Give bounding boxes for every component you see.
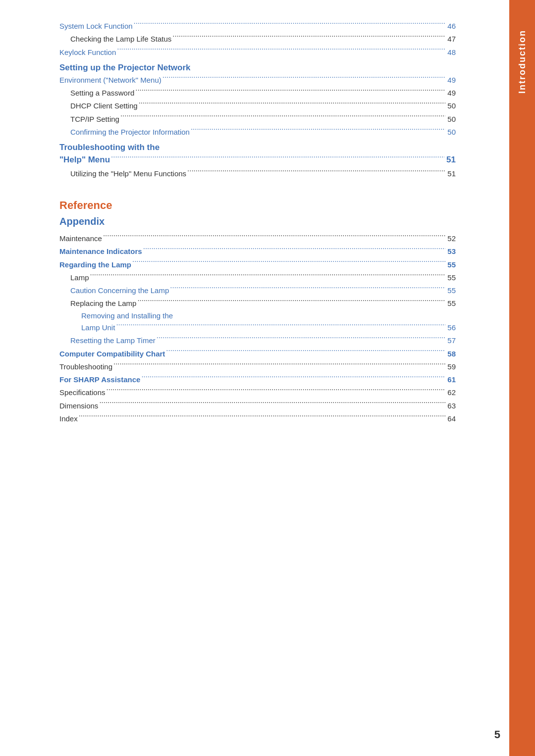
toc-label: Resetting the Lamp Timer [70, 334, 156, 347]
toc-page: 61 [445, 373, 456, 386]
toc-page: 55 [445, 284, 456, 297]
toc-page: 49 [445, 87, 456, 100]
toc-dots [78, 412, 446, 421]
toc-page: 50 [445, 113, 456, 126]
troubleshooting-heading-1: Troubleshooting with the [59, 143, 456, 152]
toc-row: Maintenance Indicators 53 [59, 245, 456, 258]
toc-row: Specifications 62 [59, 386, 456, 399]
toc-dots [161, 74, 446, 83]
toc-label: Setting a Password [70, 87, 134, 100]
toc-page: 55 [445, 297, 456, 310]
toc-row: Checking the Lamp Life Status 47 [59, 33, 456, 46]
toc-page: 50 [445, 126, 456, 139]
toc-row: Dimensions 63 [59, 400, 456, 412]
toc-label: TCP/IP Setting [70, 113, 119, 126]
toc-page: 58 [445, 348, 456, 360]
toc-dots [171, 33, 445, 42]
toc-page: 53 [445, 245, 456, 258]
toc-page: 62 [445, 386, 456, 399]
page-number: 5 [494, 728, 500, 741]
toc-dots [134, 87, 445, 96]
troubleshooting-heading-row: "Help" Menu 51 [59, 152, 456, 167]
toc-page: 59 [445, 360, 456, 373]
toc-label: Environment ("Network" Menu) [59, 74, 161, 87]
toc-label: Maintenance [59, 232, 102, 245]
toc-dots [156, 334, 446, 343]
reference-heading: Reference [59, 199, 456, 212]
setting-up-heading: Setting up the Projector Network [59, 63, 456, 73]
toc-dots [116, 46, 445, 55]
toc-row: Environment ("Network" Menu) 49 [59, 74, 456, 87]
appendix-toc: Maintenance 52 Maintenance Indicators 53… [59, 232, 456, 425]
toc-label: Regarding the Lamp [59, 258, 131, 271]
toc-page: 63 [445, 400, 456, 412]
toc-label: Lamp [70, 271, 89, 284]
toc-label-multiline-1: Removing and Installing the [59, 310, 456, 322]
toc-page: 64 [445, 412, 456, 425]
toc-label: Lamp Unit [81, 321, 115, 334]
toc-label: Computer Compatibility Chart [59, 348, 165, 360]
troubleshooting-toc: Utilizing the "Help" Menu Functions 51 [59, 167, 456, 180]
appendix-heading: Appendix [59, 216, 456, 227]
toc-dots [169, 284, 445, 293]
toc-row: Lamp 55 [59, 271, 456, 284]
toc-row: Computer Compatibility Chart 58 [59, 348, 456, 360]
toc-label: Caution Concerning the Lamp [70, 284, 169, 297]
toc-dots [190, 126, 445, 135]
toc-row: For SHARP Assistance 61 [59, 373, 456, 386]
troubleshooting-heading-2: "Help" Menu [59, 152, 110, 167]
toc-page: 56 [445, 321, 456, 334]
page-container: Introduction System Lock Function 46 Che… [0, 0, 535, 756]
toc-row: Setting a Password 49 [59, 87, 456, 100]
toc-dots [140, 373, 445, 382]
toc-dots [138, 100, 446, 108]
toc-label: System Lock Function [59, 20, 133, 33]
toc-dots [98, 400, 445, 408]
side-tab: Introduction [509, 0, 535, 756]
toc-label: Index [59, 412, 78, 425]
toc-label: For SHARP Assistance [59, 373, 140, 386]
toc-dots [142, 245, 446, 254]
toc-page: 48 [445, 46, 456, 59]
toc-page: 47 [445, 33, 456, 46]
toc-page: 51 [445, 167, 456, 180]
toc-label: Replacing the Lamp [70, 297, 136, 310]
toc-row: TCP/IP Setting 50 [59, 113, 456, 126]
toc-dots [112, 360, 445, 369]
toc-row: Maintenance 52 [59, 232, 456, 245]
toc-dots [133, 20, 446, 29]
toc-page: 55 [445, 258, 456, 271]
toc-page: 46 [445, 20, 456, 33]
side-tab-label: Introduction [517, 30, 528, 94]
toc-dots [110, 153, 444, 162]
toc-row: Regarding the Lamp 55 [59, 258, 456, 271]
toc-row: Keylock Function 48 [59, 46, 456, 59]
upper-toc: System Lock Function 46 Checking the Lam… [59, 20, 456, 59]
toc-row: Index 64 [59, 412, 456, 425]
toc-dots [165, 348, 445, 356]
toc-dots [186, 167, 445, 176]
toc-page: 49 [445, 74, 456, 87]
toc-page: 52 [445, 232, 456, 245]
toc-dots [131, 258, 445, 267]
toc-label: DHCP Client Setting [70, 100, 138, 112]
troubleshooting-heading-block: Troubleshooting with the "Help" Menu 51 [59, 143, 456, 167]
toc-page: 50 [445, 100, 456, 112]
toc-row: System Lock Function 46 [59, 20, 456, 33]
toc-dots [102, 232, 445, 241]
toc-label: Troubleshooting [59, 360, 112, 373]
toc-label: Maintenance Indicators [59, 245, 142, 258]
toc-label: Keylock Function [59, 46, 116, 59]
toc-row: Caution Concerning the Lamp 55 [59, 284, 456, 297]
toc-row-multiline-2: Lamp Unit 56 [59, 321, 456, 334]
toc-page: 57 [445, 334, 456, 347]
toc-label: Specifications [59, 386, 106, 399]
toc-dots [115, 321, 445, 330]
toc-row: Utilizing the "Help" Menu Functions 51 [59, 167, 456, 180]
toc-dots [106, 386, 446, 395]
toc-dots [89, 271, 446, 280]
toc-row: DHCP Client Setting 50 [59, 100, 456, 112]
content-area: System Lock Function 46 Checking the Lam… [59, 20, 456, 425]
toc-label: Checking the Lamp Life Status [70, 33, 171, 46]
setting-up-toc: Environment ("Network" Menu) 49 Setting … [59, 74, 456, 139]
